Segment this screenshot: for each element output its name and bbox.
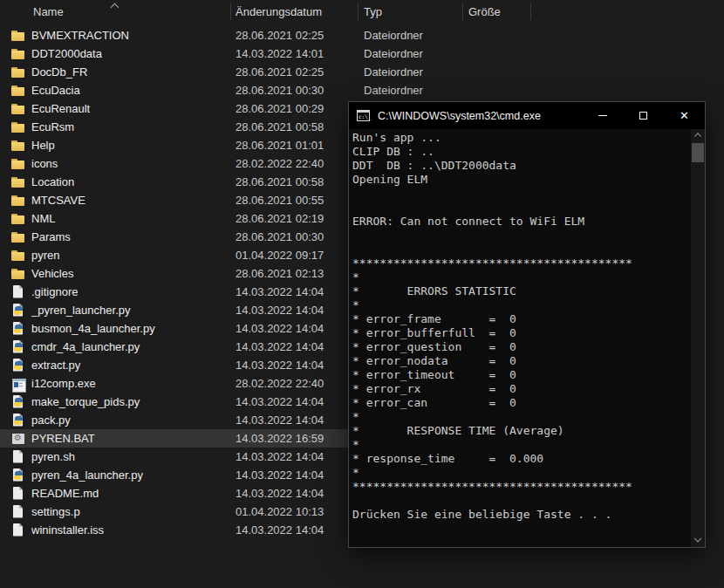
file-name: pyren [31,249,229,262]
folder-icon [11,194,25,208]
folder-icon [11,157,25,171]
python-file-icon [11,322,25,336]
file-name: DDT2000data [31,47,229,60]
column-divider[interactable] [530,3,531,20]
column-header-type[interactable]: Typ [364,0,382,24]
folder-icon [11,267,25,281]
column-header-name[interactable]: Name [33,0,64,24]
console-scrollbar[interactable] [691,129,705,547]
column-divider[interactable] [230,3,231,20]
minimize-icon [598,115,607,116]
folder-icon [11,175,25,189]
file-modified-date: 14.03.2022 16:59 [236,432,358,445]
file-name: make_torque_pids.py [31,395,229,408]
folder-icon [11,120,25,134]
file-name: DocDb_FR [31,65,229,79]
chevron-down-icon [694,535,701,542]
file-modified-date: 14.03.2022 14:04 [236,304,358,317]
file-name: Params [31,230,229,243]
console-area[interactable]: Run's app ... CLIP DB : .. DDT DB : ..\D… [349,129,705,547]
file-modified-date: 01.04.2022 09:17 [236,249,358,262]
file-modified-date: 28.02.2022 22:40 [236,157,358,170]
file-modified-date: 14.03.2022 14:04 [236,523,358,537]
file-type: Dateiordner [364,47,534,60]
scrollbar-thumb[interactable] [692,143,704,162]
file-type: Dateiordner [364,84,534,97]
maximize-icon [639,112,647,120]
file-name: .gitignore [31,285,229,298]
file-name: Vehicles [31,267,229,280]
desktop: Name Änderungsdatum Typ Größe BVMEXTRACT… [0,0,724,588]
file-name: EcuDacia [31,84,229,97]
batch-file-icon [11,432,25,446]
file-modified-date: 28.06.2021 02:19 [236,212,358,225]
file-name: wininstaller.iss [31,523,229,537]
file-modified-date: 14.03.2022 14:04 [236,450,358,463]
file-name: settings.p [31,505,229,518]
folder-icon [11,139,25,153]
scroll-up-button[interactable] [691,129,705,141]
file-row[interactable]: EcuDacia 28.06.2021 00:30 Dateiordner [0,81,534,99]
file-modified-date: 28.06.2021 02:25 [236,65,358,79]
file-name: BVMEXTRACTION [31,29,229,42]
file-name: pyren_4a_launcher.py [31,468,229,482]
file-modified-date: 14.03.2022 14:04 [236,414,358,427]
close-button[interactable]: ✕ [664,102,705,129]
cmd-window: C:\WINDOWS\system32\cmd.exe ✕ Run's app … [348,101,706,548]
file-name: i12comp.exe [31,377,229,390]
cmd-window-title: C:\WINDOWS\system32\cmd.exe [378,110,541,122]
file-modified-date: 28.06.2021 00:30 [236,230,358,243]
file-modified-date: 28.06.2021 00:55 [236,194,358,207]
scroll-down-button[interactable] [691,535,705,547]
folder-icon [11,47,25,61]
file-name: PYREN.BAT [31,432,229,445]
file-modified-date: 28.06.2021 00:58 [236,120,358,133]
file-modified-date: 28.06.2021 02:13 [236,267,358,280]
folder-icon [11,29,25,43]
file-type: Dateiordner [364,29,534,42]
file-modified-date: 28.06.2021 00:29 [236,102,358,115]
file-name: EcuRsm [31,120,229,133]
python-file-icon [11,414,25,427]
text-file-icon [11,487,25,501]
python-file-icon [11,359,25,373]
file-row[interactable]: DocDb_FR 28.06.2021 02:25 Dateiordner [0,63,534,81]
cmd-titlebar[interactable]: C:\WINDOWS\system32\cmd.exe ✕ [349,102,705,129]
file-name: EcuRenault [31,102,229,115]
file-modified-date: 14.03.2022 14:04 [236,285,358,298]
file-name: Location [31,175,229,188]
column-divider[interactable] [462,3,463,20]
file-name: _pyren_launcher.py [31,304,229,317]
folder-icon [11,84,25,98]
file-type: Dateiordner [364,65,534,79]
file-name: Help [31,139,229,152]
file-modified-date: 28.06.2021 00:58 [236,175,358,188]
file-name: busmon_4a_launcher.py [31,322,229,335]
file-modified-date: 28.06.2021 01:01 [236,139,358,152]
column-header-size[interactable]: Größe [468,0,501,24]
file-modified-date: 14.03.2022 14:04 [236,322,358,335]
python-file-icon [11,468,25,482]
file-modified-date: 14.03.2022 14:04 [236,487,358,500]
column-divider[interactable] [358,3,359,20]
file-row[interactable]: DDT2000data 14.03.2022 14:01 Dateiordner [0,44,534,63]
folder-icon [11,212,25,226]
column-header-modified[interactable]: Änderungsdatum [236,0,322,24]
file-name: NML [31,212,229,225]
file-name: icons [31,157,229,170]
text-file-icon [11,450,25,464]
file-modified-date: 28.06.2021 02:25 [236,29,358,42]
folder-icon [11,102,25,116]
python-file-icon [11,395,25,409]
console-output: Run's app ... CLIP DB : .. DDT DB : ..\D… [349,129,705,522]
window-controls: ✕ [582,102,705,129]
file-modified-date: 14.03.2022 14:04 [236,395,358,408]
folder-icon [11,230,25,244]
minimize-button[interactable] [582,102,623,129]
file-modified-date: 14.03.2022 14:04 [236,359,358,372]
file-row[interactable]: BVMEXTRACTION 28.06.2021 02:25 Dateiordn… [0,26,534,44]
text-file-icon [11,523,25,537]
maximize-button[interactable] [623,102,664,129]
file-name: cmdr_4a_launcher.py [31,340,229,353]
chevron-up-icon [694,133,701,140]
